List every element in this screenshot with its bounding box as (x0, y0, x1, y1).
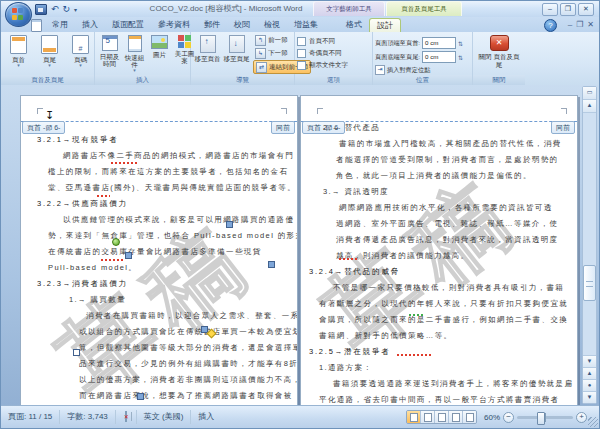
text-line: 或以組合的方式購買會比在傳統書店單買一本較為便宜划 (79, 324, 293, 340)
zoom-slider[interactable] (517, 416, 573, 419)
measure-input[interactable]: 0 cm (422, 37, 456, 49)
dropdown-icon: ▾ (17, 63, 20, 68)
goto-button[interactable]: 移至頁首 (193, 34, 222, 63)
ribbon-tab[interactable]: 增益集 (287, 18, 325, 32)
resize-handle[interactable] (73, 349, 80, 356)
document-window-icon[interactable] (31, 19, 42, 32)
scrollbar-track[interactable] (583, 113, 596, 355)
scroll-up-icon[interactable]: ▲ (583, 100, 596, 113)
insert-icon (102, 35, 118, 51)
previous-page-icon[interactable]: ▲ (583, 367, 596, 379)
insert-alignment-tab[interactable]: ⇥ 插入對齊定位點 (375, 65, 463, 75)
text-line: 3.2.4→替代品的威脅 (309, 264, 573, 280)
minimize-button[interactable]: – (542, 3, 558, 16)
insert-mode-indicator[interactable]: 插入 (191, 410, 221, 424)
ribbon-tab[interactable]: 格式 (339, 18, 369, 32)
resize-handle[interactable] (137, 393, 144, 400)
next-page-icon[interactable]: ▼ (583, 391, 596, 403)
text-line: 消費者在購買書籍時，以迎合眾人之需求、整套、一系列、 (86, 308, 293, 324)
print-layout-view-icon[interactable] (407, 411, 421, 423)
redo-icon[interactable]: ↻ (63, 4, 71, 14)
ribbon-tab[interactable]: 郵件 (197, 18, 227, 32)
proofing-status[interactable] (116, 410, 137, 424)
resize-handle[interactable] (268, 261, 275, 268)
option-checkbox-row[interactable]: 顯示文件文字 (297, 61, 348, 70)
web-layout-view-icon[interactable] (435, 411, 449, 423)
rotate-handle[interactable] (112, 238, 120, 246)
fullscreen-reading-view-icon[interactable] (421, 411, 435, 423)
resize-grip[interactable] (588, 417, 598, 427)
office-button[interactable] (5, 2, 32, 27)
doc-close-button[interactable]: ✕ (587, 20, 594, 29)
ribbon-tab[interactable]: 檢視 (257, 18, 287, 32)
text-line: 過網路、室外平面廣告、電視、雜誌、報紙…等媒介，使 (336, 216, 573, 232)
zoom-out-icon[interactable]: − (503, 412, 514, 423)
ribbon-tab[interactable]: 參考資料 (151, 18, 197, 32)
header-footer-button[interactable]: 頁尾 ▾ (34, 34, 65, 69)
view-mode-switcher (406, 410, 477, 424)
spelling-squiggle (101, 259, 125, 261)
word-count[interactable]: 字數: 3,743 (60, 410, 115, 424)
option-checkbox-row[interactable]: 奇偶頁不同 (297, 49, 348, 58)
ruler-toggle-icon[interactable]: ▭ (583, 87, 596, 100)
doc-restore-button[interactable]: ❐ (576, 20, 583, 29)
resize-handle[interactable] (226, 221, 233, 228)
text-line: 堂、亞馬遜書店(國外)、天瓏書局與傳統實體店面的競爭者等。 (48, 180, 293, 196)
option-checkbox-row[interactable]: 首頁不同 (297, 37, 348, 46)
page-right[interactable]: 草稿 頁首 -節 6- 同前 2.→ 替代產品書籍的市場進入門檻較高，其相關產品… (300, 95, 578, 406)
zoom-slider-thumb[interactable] (537, 412, 545, 425)
spellcheck-icon (125, 411, 127, 422)
draft-view-icon[interactable] (463, 411, 476, 423)
checkbox-icon[interactable] (297, 37, 306, 46)
ribbon-tab[interactable]: 校閱 (227, 18, 257, 32)
zoom-in-icon[interactable]: + (576, 412, 587, 423)
alignment-tab-icon: ⇥ (375, 65, 385, 75)
document-area: 草稿 ↧ 頁首 -節 6- 同前 3.2.1→現有競爭者網路書店不像二手商品的網… (1, 85, 599, 406)
spelling-squiggle (97, 195, 110, 197)
goto-button[interactable]: 移至頁尾 (222, 34, 251, 63)
page-indicator[interactable]: 頁面: 11 / 15 (1, 410, 60, 424)
ribbon-tab[interactable]: 常用 (45, 18, 75, 32)
section-icon: ↰ (255, 35, 266, 46)
language-indicator[interactable]: 英文 (美國) (137, 410, 192, 424)
text-line: 3.2.1→現有競爭者 (37, 132, 293, 148)
text-line: 書籍網、新對手的低價策略…等。 (319, 328, 573, 344)
close-header-footer-button[interactable]: ✕ 關閉 頁首及頁尾 (477, 35, 521, 68)
qat-dropdown-icon[interactable]: ▾ (74, 6, 77, 13)
spinner-icon[interactable]: ⇅ (458, 54, 463, 61)
restore-button[interactable]: ❐ (560, 3, 576, 16)
doc-minimize-button[interactable]: – (568, 20, 572, 29)
checkbox-icon[interactable] (297, 49, 306, 58)
close-button[interactable]: ✕ (578, 3, 594, 16)
dropdown-icon: ▾ (48, 63, 51, 68)
text-cursor-icon: ↧ (45, 109, 54, 122)
undo-icon[interactable]: ↶ (51, 4, 59, 14)
ribbon-tab[interactable]: 設計 (369, 18, 401, 32)
scroll-down-icon[interactable]: ▼ (583, 355, 596, 367)
quick-access-toolbar: ↶ ↻ ▾ (35, 3, 77, 15)
ribbon-tab[interactable]: 版面配置 (105, 18, 151, 32)
page-left[interactable]: 草稿 ↧ 頁首 -節 6- 同前 3.2.1→現有競爭者網路書店不像二手商品的網… (20, 95, 298, 406)
insert-button[interactable]: 日期及時間 (97, 34, 122, 74)
dropdown-icon: ▾ (79, 63, 82, 68)
text-boundary-mark (561, 108, 567, 114)
zoom-level[interactable]: 60% (484, 413, 500, 422)
outline-view-icon[interactable] (449, 411, 463, 423)
save-icon[interactable] (35, 4, 47, 15)
header-footer-button[interactable]: 頁首 ▾ (3, 34, 34, 69)
spinner-icon[interactable]: ⇅ (458, 40, 463, 47)
resize-handle[interactable] (125, 252, 132, 259)
insert-button[interactable]: 圖片 (147, 34, 172, 74)
ribbon-tab[interactable]: 插入 (75, 18, 105, 32)
title-bar: COCO_V2.doc [相容模式] - Microsoft Word 文字藝術… (1, 1, 599, 17)
checkbox-icon[interactable] (297, 61, 306, 70)
header-footer-button[interactable]: 頁碼 ▾ (65, 34, 96, 69)
scrollbar-thumb[interactable] (583, 265, 596, 301)
vertical-scrollbar[interactable]: ▭ ▲ ▼ ▲ ● ▼ (582, 86, 597, 404)
group-header-footer: 頁首 ▾ 頁尾 ▾ 頁碼 ▾ 頁首及頁尾 (1, 32, 95, 85)
insert-button[interactable]: 快速組件 ▾ (122, 34, 147, 74)
browse-object-icon[interactable]: ● (583, 379, 596, 391)
measure-input[interactable]: 0 cm (422, 51, 456, 63)
spelling-squiggle (339, 258, 359, 260)
help-icon[interactable]: ? (544, 19, 557, 32)
